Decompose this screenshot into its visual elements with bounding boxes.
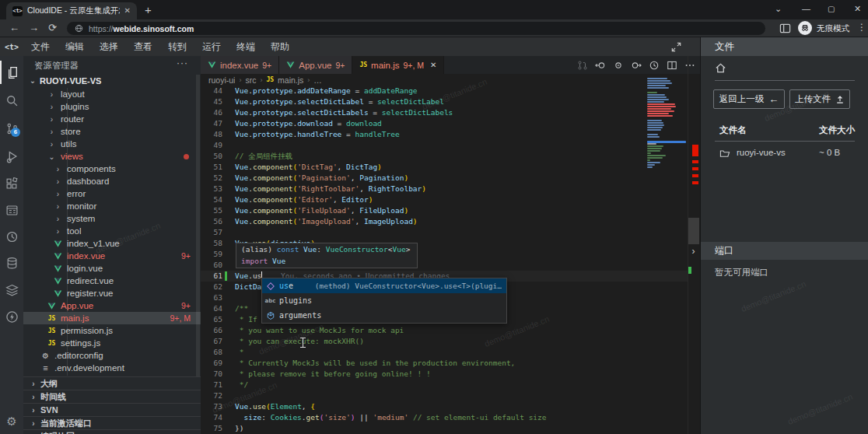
tab-close-icon[interactable]: ✕ (430, 61, 436, 69)
nav-forward-circle-icon[interactable] (631, 60, 642, 71)
address-bar[interactable]: https:// webide.sinosoft.com (67, 22, 765, 35)
tree-item-router[interactable]: ›router (23, 113, 201, 125)
code-line-75[interactable]: 75}) (201, 423, 688, 434)
tree-item-permission.js[interactable]: JSpermission.js (23, 324, 201, 337)
code-line-52[interactable]: 52Vue.component('Pagination', Pagination… (201, 173, 688, 184)
activity-database-icon[interactable] (0, 251, 23, 275)
browser-tab[interactable]: <t> CloudIDE - 云原生集成开发环境 ✕ (6, 2, 137, 19)
tree-item-plugins[interactable]: ›plugins (23, 100, 201, 113)
code-line-74[interactable]: 74 size: Cookies.get('size') || 'medium'… (201, 412, 688, 423)
tree-item-index_v1.vue[interactable]: index_v1.vue (23, 237, 201, 250)
menu-item-运行[interactable]: 运行 (194, 40, 229, 54)
editor-tab-index.vue[interactable]: index.vue9+ (201, 56, 279, 74)
menu-item-终端[interactable]: 终端 (229, 40, 263, 54)
tree-item-main.js[interactable]: JSmain.js9+, M (23, 312, 201, 324)
home-icon[interactable] (715, 62, 726, 74)
code-line-69[interactable]: 69 * Currently MockJs will be used in th… (201, 358, 688, 369)
section-header-SVN[interactable]: ›SVN (23, 403, 201, 416)
activity-explorer-icon[interactable] (0, 61, 23, 84)
section-header-当前激活端口[interactable]: ›当前激活端口 (23, 416, 201, 429)
explorer-more-actions-icon[interactable]: ··· (177, 58, 188, 68)
menu-item-选择[interactable]: 选择 (92, 40, 126, 54)
code-line-55[interactable]: 55Vue.component('FileUpload', FileUpload… (201, 205, 688, 216)
code-line-48[interactable]: 48Vue.prototype.handleTree = handleTree (201, 129, 688, 140)
breadcrumb-item[interactable]: … (313, 75, 322, 85)
tree-item-App.vue[interactable]: App.vue9+ (23, 299, 201, 312)
nav-back-circle-icon[interactable] (595, 60, 606, 71)
browser-forward-icon[interactable]: → (29, 23, 39, 33)
go-up-button[interactable]: 返回上一级 ← (713, 89, 785, 109)
pull-request-icon[interactable] (577, 60, 588, 71)
tree-item-tool[interactable]: ›tool (23, 225, 201, 237)
tree-item-.editorconfig[interactable]: ⚙.editorconfig (23, 349, 201, 362)
split-editor-icon[interactable] (667, 60, 677, 71)
editor-scrollbar-thumb[interactable] (688, 218, 699, 244)
code-line-66[interactable]: 66 * you want to use MockJs for mock api (201, 325, 688, 336)
activity-timeline-icon[interactable] (0, 225, 23, 248)
browser-tab-close-icon[interactable]: ✕ (124, 7, 131, 15)
code-line-70[interactable]: 70 * please remove it before going onlin… (201, 369, 688, 380)
code-line-44[interactable]: 44Vue.prototype.addDateRange = addDateRa… (201, 86, 688, 96)
breadcrumb-item[interactable]: ruoyi-ui (208, 75, 235, 85)
tree-item-utils[interactable]: ›utils (23, 138, 201, 150)
activity-extensions-icon[interactable] (0, 172, 23, 195)
menu-item-文件[interactable]: 文件 (23, 40, 58, 54)
browser-menu-icon[interactable]: ⋮ (857, 22, 866, 33)
window-minimize-icon[interactable]: — (802, 4, 810, 13)
code-line-71[interactable]: 71 */ (201, 380, 688, 390)
section-header-编码协同[interactable]: ›编码协同 (23, 429, 201, 434)
suggestion-use[interactable]: use(method) VueConstructor<Vue>.use<T>(p… (262, 278, 506, 293)
tree-item-dashboard[interactable]: ›dashboard (23, 175, 201, 187)
code-line-50[interactable]: 50// 全局组件挂载 (201, 151, 688, 162)
editor-tab-main.js[interactable]: JSmain.js9+, M✕ (352, 56, 444, 74)
activity-search-icon[interactable] (0, 89, 23, 112)
breadcrumb-item[interactable]: src (245, 75, 256, 85)
tree-item-views[interactable]: ⌄views (23, 150, 201, 163)
code-line-47[interactable]: 47Vue.prototype.download = download (201, 118, 688, 129)
tree-item-settings.js[interactable]: JSsettings.js (23, 337, 201, 349)
fullscreen-icon[interactable] (670, 41, 682, 53)
settings-gear-icon[interactable]: ⚙ (0, 410, 23, 433)
side-panel-icon[interactable] (779, 23, 791, 34)
menu-item-编辑[interactable]: 编辑 (58, 40, 92, 54)
suggestion-arguments[interactable]: arguments (262, 308, 506, 323)
window-close-icon[interactable]: ✕ (854, 4, 861, 14)
history-icon[interactable] (649, 60, 660, 71)
tree-item-layout[interactable]: ›layout (23, 88, 201, 100)
code-line-72[interactable]: 72 (201, 390, 688, 401)
code-line-46[interactable]: 46Vue.prototype.selectDictLabels = selec… (201, 107, 688, 118)
code-line-56[interactable]: 56Vue.component('ImageUpload', ImageUplo… (201, 216, 688, 227)
code-line-45[interactable]: 45Vue.prototype.selectDictLabel = select… (201, 96, 688, 107)
nav-dot-circle-icon[interactable] (613, 60, 624, 71)
sidebar-scrollbar[interactable] (196, 75, 200, 380)
activity-bolt-icon[interactable] (0, 305, 23, 328)
activity-layers-icon[interactable] (0, 278, 23, 302)
menu-item-帮助[interactable]: 帮助 (263, 40, 297, 54)
browser-back-icon[interactable]: ← (9, 23, 19, 33)
tree-item-monitor[interactable]: ›monitor (23, 200, 201, 212)
code-line-49[interactable]: 49 (201, 140, 688, 151)
browser-refresh-icon[interactable]: ⟳ (48, 23, 57, 33)
tree-item-redirect.vue[interactable]: redirect.vue (23, 275, 201, 287)
code-line-57[interactable]: 57 (201, 227, 688, 238)
tree-item-.env.development[interactable]: ≡.env.development (23, 362, 201, 374)
tree-item-components[interactable]: ›components (23, 163, 201, 175)
file-row-name[interactable]: ruoyi-vue-vs (737, 148, 786, 157)
minimap[interactable] (646, 78, 686, 233)
window-maximize-icon[interactable]: ▢ (828, 5, 835, 13)
section-header-时间线[interactable]: ›时间线 (23, 390, 201, 403)
tree-item-store[interactable]: ›store (23, 125, 201, 138)
tree-item-system[interactable]: ›system (23, 212, 201, 225)
menu-item-转到[interactable]: 转到 (160, 40, 194, 54)
upload-file-button[interactable]: 上传文件 (789, 89, 850, 109)
code-line-54[interactable]: 54Vue.component('Editor', Editor) (201, 194, 688, 205)
menu-item-查看[interactable]: 查看 (126, 40, 160, 54)
code-line-73[interactable]: 73Vue.use(Element, { (201, 401, 688, 412)
tree-item-login.vue[interactable]: login.vue (23, 262, 201, 275)
code-line-68[interactable]: 68 * (201, 347, 688, 358)
ports-section-header[interactable]: 端口 (701, 242, 868, 260)
code-line-53[interactable]: 53Vue.component('RightToolbar', RightToo… (201, 184, 688, 194)
activity-report-icon[interactable] (0, 198, 23, 222)
section-header-大纲[interactable]: ›大纲 (23, 376, 201, 390)
code-line-51[interactable]: 51Vue.component('DictTag', DictTag) (201, 162, 688, 173)
